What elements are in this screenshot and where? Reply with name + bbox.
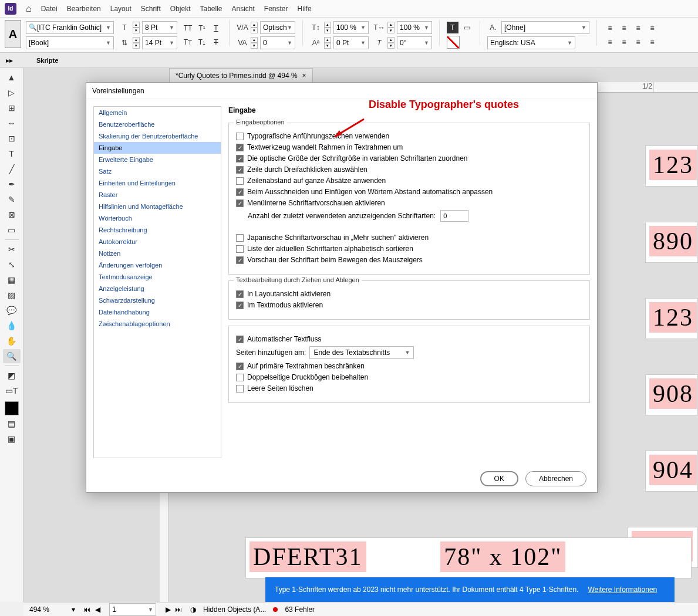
checkbox[interactable]	[236, 155, 244, 163]
menu-tabelle[interactable]: Tabelle	[200, 5, 222, 13]
underline-icon[interactable]: T	[210, 22, 222, 34]
checkbox[interactable]	[236, 177, 244, 185]
chevron-down-icon[interactable]: ▾	[72, 605, 75, 614]
note-tool-icon[interactable]: 💬	[3, 303, 21, 317]
checkbox[interactable]	[236, 144, 244, 151]
content-collector-icon[interactable]: ⊡	[3, 131, 21, 145]
checkbox[interactable]	[236, 188, 244, 196]
first-page-icon[interactable]: ⏮	[82, 605, 92, 614]
sidebar-item[interactable]: Notizen	[94, 248, 221, 259]
checkbox[interactable]	[236, 166, 244, 174]
text-frame[interactable]: 123	[649, 302, 697, 333]
sidebar-item[interactable]: Zwischenablageoptionen	[94, 318, 221, 330]
checkbox[interactable]	[236, 245, 244, 253]
charstyle-combo[interactable]: [Ohne]▼	[501, 21, 589, 34]
eyedropper-tool-icon[interactable]: 💧	[3, 319, 21, 333]
baseline-combo[interactable]: 0 Pt▼	[333, 36, 369, 49]
sidebar-item[interactable]: Hilfslinien und Montagefläche	[94, 201, 221, 212]
checkbox[interactable]	[236, 256, 244, 264]
menu-ansicht[interactable]: Ansicht	[232, 5, 255, 13]
text-frame[interactable]: 78" x 102"	[440, 541, 565, 572]
color-swatch[interactable]	[5, 401, 19, 415]
tracking-combo[interactable]: 0▼	[260, 36, 295, 49]
menu-datei[interactable]: Datei	[41, 5, 58, 13]
checkbox[interactable]	[236, 385, 244, 392]
font-family-combo[interactable]: 🔍 [ITC Franklin Gothic]▼	[26, 21, 114, 34]
justify-all-icon[interactable]: ≡	[646, 36, 658, 48]
sidebar-item[interactable]: Autokorrektur	[94, 236, 221, 248]
leading-combo[interactable]: 14 Pt▼	[142, 36, 177, 49]
sidebar-item[interactable]: Raster	[94, 189, 221, 201]
checkbox[interactable]	[236, 363, 244, 370]
smallcaps-icon[interactable]: Tᴛ	[182, 36, 194, 48]
baseline-spinner[interactable]: ▴▾	[324, 37, 331, 49]
align-left-icon[interactable]: ≡	[604, 22, 616, 34]
checkbox[interactable]	[236, 234, 244, 242]
type-tool-icon[interactable]: T	[3, 147, 21, 161]
strikethrough-icon[interactable]: T	[210, 36, 222, 48]
document-tab[interactable]: *Curly Quotes to Primes.indd @ 494 % ×	[169, 68, 313, 82]
text-frame[interactable]: DFERT31	[249, 541, 366, 572]
fill-stroke-icon[interactable]: ◩	[3, 368, 21, 383]
checkbox[interactable]	[236, 302, 244, 309]
sidebar-item[interactable]: Einheiten und Einteilungen	[94, 177, 221, 189]
kerning-spinner[interactable]: ▴▾	[251, 22, 258, 33]
page-tool-icon[interactable]: ⊞	[3, 101, 21, 115]
skew-spinner[interactable]: ▴▾	[387, 37, 394, 49]
menu-fenster[interactable]: Fenster	[264, 5, 288, 13]
sidebar-item[interactable]: Wörterbuch	[94, 212, 221, 224]
justify-left-icon[interactable]: ≡	[604, 36, 616, 48]
vscale-spinner[interactable]: ▴▾	[324, 22, 331, 33]
hscale-combo[interactable]: 100 %▼	[397, 21, 432, 34]
font-size-spinner[interactable]: ▴▾	[133, 22, 140, 33]
zoom-level[interactable]: 494 %	[29, 605, 65, 614]
rectangle-tool-icon[interactable]: ▭	[3, 223, 21, 237]
errors-label[interactable]: 63 Fehler	[285, 605, 315, 614]
align-center-icon[interactable]: ≡	[618, 22, 630, 34]
sidebar-item[interactable]: Erweiterte Eingabe	[94, 154, 221, 165]
justify-center-icon[interactable]: ≡	[618, 36, 630, 48]
direct-selection-tool-icon[interactable]: ▷	[3, 86, 21, 100]
fill-text-icon[interactable]: T	[447, 22, 458, 33]
pencil-tool-icon[interactable]: ✎	[3, 192, 21, 207]
sidebar-item[interactable]: Satz	[94, 165, 221, 177]
justify-icon[interactable]: ≡	[646, 22, 658, 34]
addpages-select[interactable]: Ende des Textabschnitts ▼	[309, 346, 414, 359]
home-icon[interactable]: ⌂	[26, 4, 32, 14]
last-page-icon[interactable]: ⏭	[174, 605, 183, 614]
character-mode-icon[interactable]: A	[5, 20, 21, 48]
free-transform-icon[interactable]: ⤡	[3, 258, 21, 272]
sidebar-item[interactable]: Eingabe	[94, 142, 221, 154]
kerning-combo[interactable]: Optisch▼	[260, 21, 295, 34]
sidebar-item[interactable]: Textmodusanzeige	[94, 271, 221, 283]
panel-expand-icon[interactable]: ▸▸	[6, 56, 13, 65]
checkbox[interactable]	[236, 374, 244, 381]
next-page-icon[interactable]: ▶	[163, 605, 173, 614]
sidebar-item[interactable]: Benutzeroberfläche	[94, 119, 221, 130]
cancel-button[interactable]: Abbrechen	[525, 471, 586, 486]
fill-swatch[interactable]	[447, 36, 460, 49]
allcaps-icon[interactable]: TT	[182, 22, 194, 34]
layer-name[interactable]: Hidden Objects (A...	[203, 605, 266, 614]
gradient-feather-icon[interactable]: ▨	[3, 288, 21, 302]
skew-combo[interactable]: 0°▼	[397, 36, 432, 49]
language-combo[interactable]: Englisch: USA▼	[487, 36, 575, 49]
line-tool-icon[interactable]: ╱	[3, 162, 21, 176]
text-frame[interactable]: 908	[649, 378, 697, 409]
rectangle-frame-icon[interactable]: ⊠	[3, 208, 21, 222]
sidebar-item[interactable]: Schwarzdarstellung	[94, 295, 221, 306]
scripts-panel-label[interactable]: Skripte	[36, 57, 58, 64]
menu-bearbeiten[interactable]: Bearbeiten	[67, 5, 101, 13]
view-mode-icon[interactable]: ▣	[3, 432, 21, 446]
text-frame[interactable]: 904	[649, 455, 697, 485]
superscript-icon[interactable]: T¹	[196, 22, 208, 34]
menu-layout[interactable]: Layout	[110, 5, 131, 13]
ok-button[interactable]: OK	[480, 471, 518, 486]
menu-objekt[interactable]: Objekt	[170, 5, 191, 13]
leading-spinner[interactable]: ▴▾	[133, 37, 140, 49]
fill-frame-icon[interactable]: ▭	[461, 22, 473, 33]
vscale-combo[interactable]: 100 %▼	[333, 21, 369, 34]
hand-tool-icon[interactable]: ✋	[3, 334, 21, 348]
page-combo[interactable]: 1▼	[109, 603, 156, 616]
align-right-icon[interactable]: ≡	[632, 22, 644, 34]
